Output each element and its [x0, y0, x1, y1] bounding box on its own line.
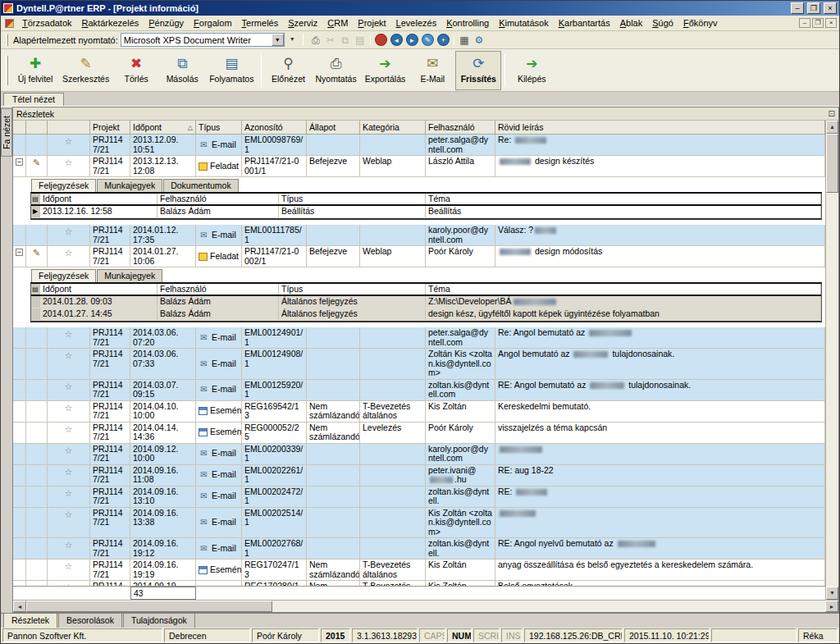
detail-column-header-idopont[interactable]: Időpont — [40, 284, 158, 295]
star-icon[interactable]: ☆ — [65, 158, 73, 167]
menu-item-termeles[interactable]: Termelés — [237, 16, 284, 30]
table-row[interactable]: ☆PRJ1147/212014.01.12. 17:35E-mailEML001… — [13, 225, 825, 246]
column-header-tipus[interactable]: Típus — [196, 121, 242, 135]
vertical-scrollbar[interactable]: ▲ ▼ — [825, 121, 838, 600]
column-header-blank[interactable] — [26, 121, 48, 135]
detail-row[interactable]: 2014.01.28. 09:03Balázs ÁdámÁltalános fe… — [31, 296, 821, 308]
maximize-button[interactable]: ❐ — [807, 2, 820, 14]
horizontal-scroll-thumb[interactable] — [26, 601, 272, 612]
cut-icon[interactable]: ✂ — [323, 33, 338, 48]
copy-small-icon[interactable]: ⧉ — [338, 33, 353, 48]
table-row[interactable]: ☆PRJ1147/212014.09.16. 13:38E-mailEML002… — [13, 508, 825, 539]
torles-button[interactable]: ✖Törlés — [113, 51, 159, 90]
navigate-back-icon[interactable]: ◂ — [390, 34, 403, 46]
mdi-restore-button[interactable]: ❐ — [812, 18, 824, 28]
menu-item-kimutatasok[interactable]: Kimutatások — [494, 16, 554, 30]
detail-tab-feljegyzesek[interactable]: Feljegyzések — [31, 269, 96, 282]
detail-row[interactable]: 2014.01.27. 14:45Balázs ÁdámÁltalános fe… — [31, 308, 821, 321]
add-icon[interactable]: + — [437, 34, 450, 46]
bottom-tab-tulajdonsagok[interactable]: Tulajdonságok — [123, 614, 195, 628]
star-icon[interactable]: ☆ — [65, 330, 73, 338]
table-row[interactable]: ☆PRJ1147/212014.03.06. 07:33E-mailEML001… — [13, 349, 825, 380]
table-row[interactable]: ☆PRJ1147/212014.09.12. 10:00E-mailEML002… — [13, 444, 825, 465]
menu-item-sugo[interactable]: Súgó — [647, 16, 678, 30]
table-row[interactable]: −✎☆PRJ1147/212014.01.27. 10:06FeladatPRJ… — [13, 246, 825, 267]
table-row[interactable]: ☆PRJ1147/212013.12.09. 10:51E-mailEML000… — [13, 135, 825, 156]
detail-row[interactable]: ▶2013.12.16. 12:58Balázs ÁdámBeállításBe… — [31, 206, 821, 218]
toolbar-grip[interactable] — [6, 56, 8, 85]
menu-item-ablak[interactable]: Ablak — [615, 16, 648, 30]
detail-column-header-tipus[interactable]: Típus — [279, 284, 426, 295]
column-header-rovid-leiras[interactable]: Rövid leírás — [495, 121, 825, 135]
detail-column-header-idopont[interactable]: Időpont — [40, 194, 158, 204]
horizontal-scrollbar[interactable]: ◄ ► — [13, 600, 838, 612]
scroll-down-icon[interactable]: ▼ — [826, 587, 838, 600]
navigate-forward-icon[interactable]: ▸ — [406, 34, 418, 46]
star-icon[interactable]: ☆ — [65, 541, 73, 549]
column-header-projekt[interactable]: Projekt — [90, 121, 130, 135]
table-row[interactable]: ☆PRJ1147/212014.04.14. 14:36EseményREG00… — [13, 422, 825, 444]
star-icon[interactable]: ☆ — [65, 137, 73, 145]
masolas-button[interactable]: ⧉Másolás — [159, 51, 205, 90]
detail-tab-munkajegyek[interactable]: Munkajegyek — [97, 179, 162, 192]
star-icon[interactable]: ☆ — [65, 562, 73, 570]
edit-icon[interactable]: ✎ — [33, 249, 40, 257]
szerkesztes-button[interactable]: ✎Szerkesztés — [58, 51, 113, 90]
detail-tab-dokumentumok[interactable]: Dokumentumok — [163, 179, 239, 192]
table-row[interactable]: −✎☆PRJ1147/212013.12.13. 12:08FeladatPRJ… — [13, 156, 825, 177]
combo-dropdown-icon[interactable]: ▼ — [272, 34, 284, 46]
frissites-button[interactable]: ⟳Frissítés — [455, 51, 501, 90]
mdi-close-button[interactable]: × — [825, 18, 837, 28]
vertical-scroll-thumb[interactable] — [826, 134, 838, 193]
collapse-icon[interactable]: − — [16, 249, 23, 256]
comment-icon[interactable]: ✎ — [422, 34, 434, 46]
pin-icon[interactable]: ⊡ — [829, 110, 835, 118]
vertical-scroll-track[interactable] — [826, 193, 838, 587]
star-icon[interactable]: ☆ — [65, 425, 73, 433]
star-icon[interactable]: ☆ — [65, 249, 73, 257]
menu-item-levelezes[interactable]: Levelezés — [391, 16, 442, 30]
printer-options-dropdown-icon[interactable]: ▼ — [287, 33, 298, 47]
nyomtatas-button[interactable]: ⎙Nyomtatás — [311, 51, 360, 90]
scroll-up-icon[interactable]: ▲ — [826, 121, 838, 134]
menu-item-kontrolling[interactable]: Kontrolling — [441, 16, 494, 30]
exportalas-button[interactable]: ➔Exportálás — [361, 51, 410, 90]
scroll-right-icon[interactable]: ► — [825, 601, 838, 612]
toolbar-grip[interactable] — [6, 34, 8, 46]
menu-item-forgalom[interactable]: Forgalom — [189, 16, 236, 30]
table-row[interactable]: ☆PRJ1147/212014.09.16. 13:10E-mailEML002… — [13, 486, 825, 508]
column-header-blank[interactable] — [13, 121, 26, 135]
table-icon[interactable]: ▦ — [457, 33, 472, 48]
star-icon[interactable]: ☆ — [65, 446, 73, 454]
star-icon[interactable]: ☆ — [65, 404, 73, 412]
menu-item-fokonyv[interactable]: Főkönyv — [678, 16, 723, 30]
table-row[interactable]: ☆PRJ1147/212014.09.16. 11:08E-mailEML002… — [13, 465, 825, 486]
elonezet-button[interactable]: ⚲Előnézet — [265, 51, 311, 90]
table-row[interactable]: ☆PRJ1147/212014.03.06. 07:20E-mailEML001… — [13, 327, 825, 349]
star-icon[interactable]: ☆ — [65, 227, 73, 235]
kilepes-button[interactable]: ➔Kilépés — [509, 51, 555, 90]
table-row[interactable]: ☆PRJ1147/212014.09.16. 19:12E-mailEML002… — [13, 538, 825, 560]
menu-item-penzugy[interactable]: Pénzügy — [144, 16, 189, 30]
print-small-icon[interactable]: ⎙ — [308, 33, 323, 48]
column-header-blank[interactable] — [48, 121, 90, 135]
record-icon[interactable] — [375, 34, 387, 46]
menu-item-projekt[interactable]: Projekt — [353, 16, 390, 30]
bottom-tab-reszletek[interactable]: Részletek — [3, 614, 57, 628]
tab-fa-nezet[interactable]: Fa nézet — [1, 108, 12, 157]
expand-cell[interactable]: − — [13, 156, 26, 176]
close-button[interactable]: × — [824, 2, 837, 14]
folyamatos-button[interactable]: ▤Folyamatos — [205, 51, 258, 90]
menu-item-crm[interactable]: CRM — [322, 16, 353, 30]
column-header-felhasznalo[interactable]: Felhasználó — [426, 121, 495, 135]
expand-cell[interactable]: − — [13, 246, 26, 267]
paste-icon[interactable]: ▤ — [353, 33, 368, 48]
detail-column-header-felhasznalo[interactable]: Felhasználó — [158, 284, 279, 295]
menu-item-karbantartas[interactable]: Karbantartás — [554, 16, 615, 30]
uj-felvitel-button[interactable]: ✚Új felvitel — [12, 51, 58, 90]
column-header-azonosito[interactable]: Azonosító — [242, 121, 307, 135]
mdi-minimize-button[interactable]: – — [799, 18, 810, 28]
menu-item-torzsadatok[interactable]: Törzsadatok — [17, 16, 77, 30]
scroll-left-icon[interactable]: ◄ — [13, 601, 26, 612]
star-icon[interactable]: ☆ — [65, 382, 73, 391]
